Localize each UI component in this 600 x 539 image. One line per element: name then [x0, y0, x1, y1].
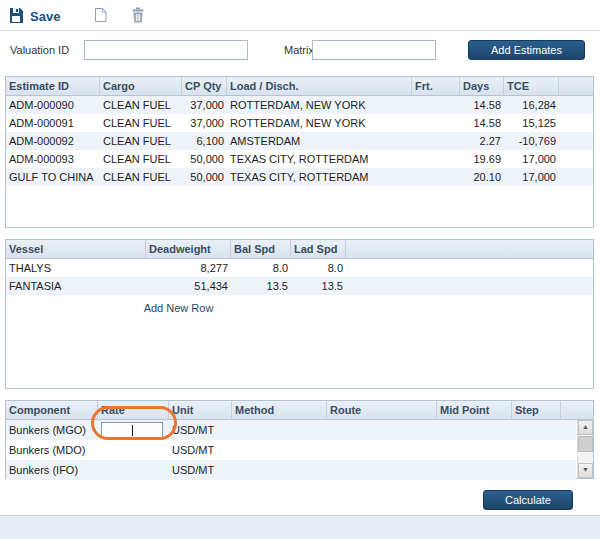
cell-cargo: CLEAN FUEL [100, 96, 182, 114]
cell-days: 14.58 [460, 96, 504, 114]
cell-filler [346, 259, 593, 277]
cell-frt [412, 132, 460, 150]
cell-mid-point [437, 440, 512, 460]
estimates-panel: Estimate ID Cargo CP Qty Load / Disch. F… [5, 76, 594, 228]
valuation-id-input[interactable] [84, 40, 248, 60]
vessel-row[interactable]: FANTASIA 51,434 13.5 13.5 [6, 277, 593, 295]
col-days[interactable]: Days [460, 77, 504, 96]
cell-days: 14.58 [460, 114, 504, 132]
col-frt[interactable]: Frt. [412, 77, 460, 96]
valuation-id-label: Valuation ID [10, 44, 69, 56]
cell-estimate-id: ADM-000092 [6, 132, 100, 150]
cell-filler [559, 132, 593, 150]
cell-tce: 17,000 [504, 150, 559, 168]
col-cp-qty[interactable]: CP Qty [182, 77, 227, 96]
vessel-row[interactable]: THALYS 8,277 8.0 8.0 [6, 259, 593, 277]
col-vessel[interactable]: Vessel [6, 240, 146, 259]
cell-tce: -10,769 [504, 132, 559, 150]
cell-estimate-id: ADM-000093 [6, 150, 100, 168]
cell-step [512, 440, 561, 460]
estimate-row[interactable]: ADM-000090 CLEAN FUEL 37,000 ROTTERDAM, … [6, 96, 593, 114]
component-table: Bunkers (MGO) USD/MT Bunkers (MDO) USD/M… [6, 420, 576, 480]
cell-filler [559, 96, 593, 114]
component-row[interactable]: Bunkers (IFO) USD/MT [6, 460, 576, 480]
col-load-disch[interactable]: Load / Disch. [227, 77, 412, 96]
cell-filler [561, 420, 576, 440]
col-component[interactable]: Component [6, 401, 98, 420]
new-note-button[interactable] [88, 5, 112, 27]
document-icon [93, 7, 108, 26]
cell-lad-spd: 13.5 [291, 277, 346, 295]
cell-tce: 17,000 [504, 168, 559, 186]
cell-route [327, 420, 437, 440]
col-bal-spd[interactable]: Bal Spd [231, 240, 291, 259]
col-route[interactable]: Route [327, 401, 437, 420]
form-row: Valuation ID Matrix Add Estimates [0, 38, 600, 64]
cell-tce: 16,284 [504, 96, 559, 114]
cell-vessel: THALYS [6, 259, 146, 277]
cell-unit: USD/MT [169, 460, 232, 480]
cell-unit: USD/MT [169, 440, 232, 460]
column-filler [561, 401, 593, 420]
estimate-row[interactable]: ADM-000091 CLEAN FUEL 37,000 ROTTERDAM, … [6, 114, 593, 132]
estimate-row[interactable]: ADM-000092 CLEAN FUEL 6,100 AMSTERDAM 2.… [6, 132, 593, 150]
rate-input[interactable] [101, 422, 163, 438]
cell-mid-point [437, 420, 512, 440]
col-deadweight[interactable]: Deadweight [146, 240, 231, 259]
save-button[interactable]: Save [8, 5, 60, 27]
scroll-down-icon[interactable]: ▼ [578, 463, 593, 478]
cell-method [232, 440, 327, 460]
cell-lad-spd: 8.0 [291, 259, 346, 277]
cell-cargo: CLEAN FUEL [100, 150, 182, 168]
cell-cp-qty: 37,000 [182, 114, 227, 132]
add-new-row-link[interactable]: Add New Row [6, 302, 351, 314]
col-tce[interactable]: TCE [504, 77, 559, 96]
add-estimates-button[interactable]: Add Estimates [468, 40, 585, 60]
cell-filler [561, 460, 576, 480]
cell-rate [98, 440, 169, 460]
cell-filler [561, 440, 576, 460]
component-row[interactable]: Bunkers (MGO) USD/MT [6, 420, 576, 440]
vessel-panel: Vessel Deadweight Bal Spd Lad Spd THALYS… [5, 239, 594, 389]
cell-load-disch: ROTTERDAM, NEW YORK [227, 96, 412, 114]
delete-button[interactable] [126, 5, 150, 27]
col-lad-spd[interactable]: Lad Spd [291, 240, 346, 259]
scroll-up-icon[interactable]: ▲ [578, 420, 593, 435]
col-rate[interactable]: Rate [98, 401, 169, 420]
toolbar: Save [0, 0, 600, 31]
col-method[interactable]: Method [232, 401, 327, 420]
col-cargo[interactable]: Cargo [100, 77, 182, 96]
cell-frt [412, 114, 460, 132]
cell-method [232, 460, 327, 480]
cell-filler [346, 277, 593, 295]
col-step[interactable]: Step [512, 401, 561, 420]
component-row[interactable]: Bunkers (MDO) USD/MT [6, 440, 576, 460]
cell-unit: USD/MT [169, 420, 232, 440]
cell-days: 2.27 [460, 132, 504, 150]
estimate-row[interactable]: ADM-000093 CLEAN FUEL 50,000 TEXAS CITY,… [6, 150, 593, 168]
vertical-scrollbar[interactable]: ▲ ▼ [577, 420, 593, 478]
component-panel: Component Rate Unit Method Route Mid Poi… [5, 400, 594, 479]
cell-vessel: FANTASIA [6, 277, 146, 295]
calculate-button[interactable]: Calculate [483, 490, 573, 510]
cell-frt [412, 96, 460, 114]
cell-load-disch: TEXAS CITY, ROTTERDAM [227, 168, 412, 186]
cell-mid-point [437, 460, 512, 480]
col-unit[interactable]: Unit [169, 401, 232, 420]
cell-step [512, 460, 561, 480]
scrollbar-thumb[interactable] [578, 436, 593, 452]
cell-load-disch: ROTTERDAM, NEW YORK [227, 114, 412, 132]
cell-cp-qty: 6,100 [182, 132, 227, 150]
matrix-input[interactable] [312, 40, 436, 60]
cell-cp-qty: 37,000 [182, 96, 227, 114]
cell-rate [98, 420, 169, 440]
cell-component: Bunkers (MGO) [6, 420, 98, 440]
col-mid-point[interactable]: Mid Point [437, 401, 512, 420]
cell-bal-spd: 13.5 [231, 277, 291, 295]
cell-filler [559, 114, 593, 132]
cell-bal-spd: 8.0 [231, 259, 291, 277]
col-estimate-id[interactable]: Estimate ID [6, 77, 100, 96]
cell-cargo: CLEAN FUEL [100, 114, 182, 132]
cell-method [232, 420, 327, 440]
estimate-row[interactable]: GULF TO CHINA CLEAN FUEL 50,000 TEXAS CI… [6, 168, 593, 186]
